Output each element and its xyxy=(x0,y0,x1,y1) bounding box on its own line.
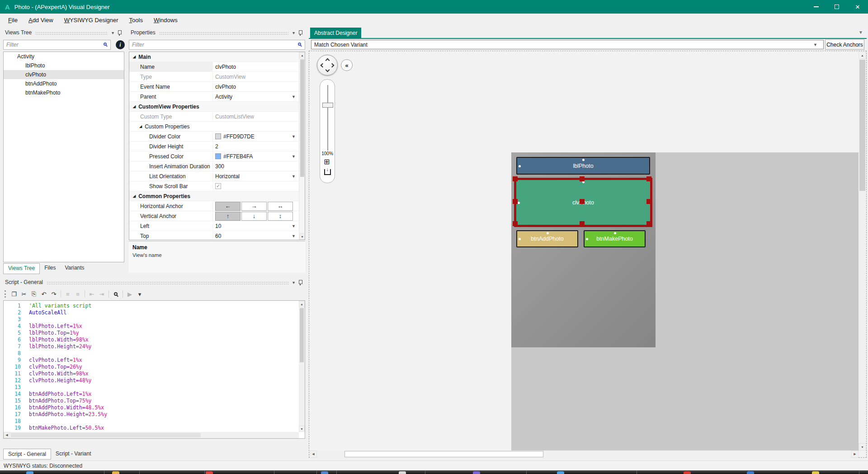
property-row-customview-properties[interactable]: ◢CustomView Properties xyxy=(129,102,299,112)
code-line[interactable]: 18 xyxy=(4,418,299,425)
tree-item-lblphoto[interactable]: lblPhoto xyxy=(4,61,124,70)
expander-icon[interactable]: ◢ xyxy=(133,55,136,59)
tab-files[interactable]: Files xyxy=(40,263,60,274)
scrollbar-thumb[interactable] xyxy=(344,451,543,457)
paste-icon[interactable]: ⎘ xyxy=(29,289,38,299)
toolbar-drag-handle[interactable] xyxy=(5,290,6,298)
properties-scrollbar[interactable]: ▲ ▼ xyxy=(299,52,305,240)
scroll-up-icon[interactable]: ▲ xyxy=(859,52,866,59)
comment-icon[interactable]: ≡ xyxy=(63,289,72,299)
property-row-vertical-anchor[interactable]: Vertical Anchor↑↓↕ xyxy=(129,211,299,221)
pin-icon[interactable] xyxy=(117,30,122,36)
code-line[interactable]: 1'All variants script xyxy=(4,303,299,309)
code-line[interactable]: 8 xyxy=(4,350,299,357)
run-icon[interactable]: ▶ xyxy=(125,289,134,299)
panel-menu-icon[interactable]: ▾ xyxy=(292,30,295,35)
chevron-down-icon[interactable]: ▼ xyxy=(292,234,299,238)
pin-icon[interactable] xyxy=(298,280,302,285)
designer-view-btnaddphoto[interactable]: btnAddPhoto xyxy=(516,230,578,247)
property-value[interactable]: ←→↔ xyxy=(212,201,299,211)
selection-handle[interactable] xyxy=(580,199,585,204)
property-row-show-scroll-bar[interactable]: Show Scroll Bar✓ xyxy=(129,181,299,191)
property-row-left[interactable]: Left10▼ xyxy=(129,221,299,231)
taskbar-app-icon[interactable] xyxy=(473,471,480,474)
designer-canvas[interactable]: lblPhotoclvPhotobtnAddPhotobtnMakePhoto … xyxy=(309,51,867,458)
code-line[interactable]: 19btnMakePhoto.Left=50.5%x xyxy=(4,425,299,431)
property-row-common-properties[interactable]: ◢Common Properties xyxy=(129,191,299,201)
zoom-slider-track[interactable] xyxy=(327,85,328,151)
load-layout-icon[interactable] xyxy=(324,169,331,175)
property-row-horizontal-anchor[interactable]: Horizontal Anchor←→↔ xyxy=(129,201,299,211)
pan-left-icon[interactable] xyxy=(321,63,325,68)
maximize-button[interactable] xyxy=(826,0,847,14)
anchor-option-icon[interactable]: ↑ xyxy=(215,212,241,221)
property-row-divider-height[interactable]: Divider Height2 xyxy=(129,142,299,152)
property-value[interactable]: 300 xyxy=(212,161,299,171)
scrollbar-thumb[interactable] xyxy=(300,59,304,177)
variant-selector[interactable]: Match Chosen Variant ▼ xyxy=(311,40,824,49)
property-row-type[interactable]: TypeCustomView xyxy=(129,72,299,82)
code-line[interactable]: 2AutoScaleAll xyxy=(4,309,299,316)
canvas-horizontal-scrollbar[interactable]: ◀ ▶ xyxy=(310,450,859,458)
property-value[interactable]: #FFD9D7DE▼ xyxy=(212,132,299,141)
fit-to-screen-icon[interactable]: ⊞ xyxy=(324,157,330,166)
property-row-parent[interactable]: ParentActivity▼ xyxy=(129,92,299,102)
taskbar-app-icon[interactable] xyxy=(557,471,564,474)
scrollbar-thumb[interactable] xyxy=(300,308,304,362)
selection-handle[interactable] xyxy=(646,176,651,181)
property-value[interactable]: 60▼ xyxy=(212,231,299,240)
selection-handle[interactable] xyxy=(513,176,518,181)
expander-icon[interactable]: ◢ xyxy=(139,124,142,128)
chevron-down-icon[interactable]: ▼ xyxy=(292,224,299,228)
scroll-up-icon[interactable]: ▲ xyxy=(299,52,305,58)
property-row-name[interactable]: NameclvPhoto xyxy=(129,62,299,72)
scroll-left-icon[interactable]: ◀ xyxy=(4,432,10,438)
tab-script-general[interactable]: Script - General xyxy=(3,449,51,460)
taskbar-app-icon[interactable] xyxy=(206,471,213,474)
info-button[interactable]: i xyxy=(116,40,125,49)
pin-icon[interactable] xyxy=(298,30,302,36)
selection-handle[interactable] xyxy=(513,199,518,204)
tree-item-btnmakephoto[interactable]: btnMakePhoto xyxy=(4,88,124,97)
tree-item-btnaddphoto[interactable]: btnAddPhoto xyxy=(4,79,124,88)
check-anchors-button[interactable]: Check Anchors xyxy=(825,39,864,50)
taskbar-app-icon[interactable] xyxy=(399,471,406,474)
taskbar-app-icon[interactable] xyxy=(112,471,119,474)
menu-item-windows[interactable]: Windows xyxy=(148,15,183,25)
designer-view-lblphoto[interactable]: lblPhoto xyxy=(516,157,650,175)
scrollbar-thumb[interactable] xyxy=(859,60,865,191)
pan-right-icon[interactable] xyxy=(330,63,335,68)
property-value[interactable]: #FF7EB4FA▼ xyxy=(212,152,299,161)
code-line[interactable]: 12clvPhoto.Height=48%y xyxy=(4,377,299,384)
selection-handle[interactable] xyxy=(646,199,651,204)
code-line[interactable]: 6lblPhoto.Width=98%x xyxy=(4,337,299,343)
code-line[interactable]: 14btnAddPhoto.Left=1%x xyxy=(4,391,299,398)
code-line[interactable]: 15btnAddPhoto.Top=75%y xyxy=(4,398,299,404)
chevron-down-icon[interactable]: ▼ xyxy=(292,134,299,139)
property-value[interactable]: Horizontal▼ xyxy=(212,171,299,181)
anchor-option-icon[interactable]: → xyxy=(241,202,267,211)
selection-handle[interactable] xyxy=(513,221,518,226)
designer-view-clvphoto[interactable]: clvPhoto xyxy=(514,178,652,227)
anchor-option-icon[interactable]: ↔ xyxy=(268,202,293,211)
property-value[interactable]: clvPhoto xyxy=(212,62,299,71)
anchor-option-icon[interactable]: ← xyxy=(215,202,241,211)
panel-menu-icon[interactable]: ▾ xyxy=(112,30,114,35)
chevron-down-icon[interactable]: ▼ xyxy=(292,174,299,179)
tree-item-activity[interactable]: Activity xyxy=(4,52,124,61)
tab-script-variant[interactable]: Script - Variant xyxy=(51,449,95,460)
code-line[interactable]: 5lblPhoto.Top=1%y xyxy=(4,330,299,337)
taskbar-app-icon[interactable] xyxy=(684,471,691,474)
property-value[interactable]: CustomView xyxy=(212,72,299,81)
panel-menu-icon[interactable]: ▼ xyxy=(859,30,863,35)
taskbar-app-icon[interactable] xyxy=(747,471,754,474)
designer-view-btnmakephoto[interactable]: btnMakePhoto xyxy=(584,230,646,247)
property-row-pressed-color[interactable]: Pressed Color#FF7EB4FA▼ xyxy=(129,152,299,161)
code-editor[interactable]: 1'All variants script2AutoScaleAll34lblP… xyxy=(3,300,305,439)
pan-down-icon[interactable] xyxy=(326,68,330,72)
panel-menu-icon[interactable]: ▾ xyxy=(292,280,295,285)
expander-icon[interactable]: ◢ xyxy=(133,104,136,109)
taskbar-app-icon[interactable] xyxy=(26,471,33,474)
views-tree-filter-input[interactable] xyxy=(3,40,111,50)
menu-item-tools[interactable]: Tools xyxy=(124,15,148,25)
